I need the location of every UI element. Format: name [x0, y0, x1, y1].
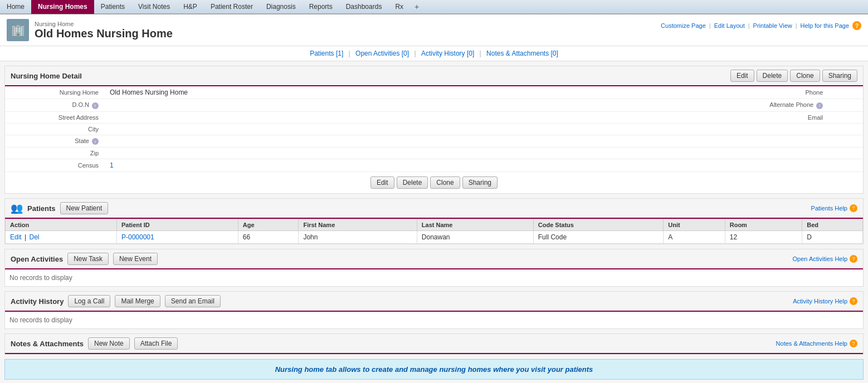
- sub-sep1: |: [349, 50, 350, 57]
- patient-edit-link[interactable]: Edit: [10, 233, 22, 241]
- open-activities-help-icon[interactable]: ?: [850, 255, 857, 263]
- activity-history-help-link[interactable]: Activity History Help: [793, 298, 847, 305]
- activity-history-no-records: No records to display: [5, 312, 863, 328]
- nav-visit-notes[interactable]: Visit Notes: [131, 0, 177, 14]
- new-patient-button[interactable]: New Patient: [60, 202, 109, 214]
- notes-help-link[interactable]: Notes & Attachments Help: [776, 340, 847, 347]
- census-link[interactable]: 1: [110, 161, 114, 169]
- phone-value: [830, 86, 863, 99]
- patients-help-right: Patients Help ?: [811, 204, 857, 212]
- patients-section-title: Patients: [27, 204, 56, 213]
- edit-layout-link[interactable]: Edit Layout: [714, 22, 745, 29]
- nav-diagnosis[interactable]: Diagnosis: [260, 0, 303, 14]
- page-header-left: 🏢 Nursing Home Old Homes Nursing Home: [7, 19, 173, 41]
- patient-id-value: P-0000001: [116, 231, 238, 244]
- sharing-button-bottom[interactable]: Sharing: [462, 176, 498, 189]
- nav-reports[interactable]: Reports: [303, 0, 339, 14]
- don-info-icon[interactable]: i: [92, 102, 99, 109]
- detail-row-city: City: [5, 123, 863, 135]
- nursing-home-value: Old Homes Nursing Home: [105, 86, 729, 99]
- nav-home[interactable]: Home: [0, 0, 31, 14]
- nav-plus[interactable]: +: [410, 0, 423, 13]
- sep1: |: [709, 22, 711, 29]
- patients-table: Action Patient ID Age First Name Last Na…: [5, 219, 863, 244]
- patient-age: 66: [238, 231, 299, 244]
- edit-button-bottom[interactable]: Edit: [370, 176, 394, 189]
- printable-view-link[interactable]: Printable View: [753, 22, 792, 29]
- patient-del-link[interactable]: Del: [30, 233, 40, 241]
- nav-hp[interactable]: H&P: [177, 0, 204, 14]
- new-note-button[interactable]: New Note: [88, 337, 130, 350]
- patient-room: 12: [725, 231, 802, 244]
- clone-button-top[interactable]: Clone: [790, 70, 820, 82]
- state-info-icon[interactable]: i: [92, 138, 99, 145]
- help-icon[interactable]: ?: [852, 21, 861, 30]
- nav-dashboards[interactable]: Dashboards: [339, 0, 389, 14]
- page-title-group: Nursing Home Old Homes Nursing Home: [35, 21, 173, 40]
- notes-help-icon[interactable]: ?: [850, 340, 857, 347]
- nav-patient-roster[interactable]: Patient Roster: [204, 0, 260, 14]
- sub-nav-open-activities[interactable]: Open Activities [0]: [355, 50, 409, 57]
- patients-section: 👥 Patients New Patient Patients Help ? A…: [4, 198, 864, 244]
- patients-header-left: 👥 Patients New Patient: [11, 202, 108, 214]
- sub-nav-notes-attachments[interactable]: Notes & Attachments [0]: [486, 50, 558, 57]
- state-label: State i: [5, 135, 105, 148]
- patient-id-link[interactable]: P-0000001: [121, 233, 154, 241]
- email-value: [830, 111, 863, 123]
- email-label: Email: [729, 111, 830, 123]
- open-activities-title: Open Activities: [11, 255, 63, 263]
- action-sep: |: [25, 233, 26, 241]
- sub-nav-patients[interactable]: Patients [1]: [310, 50, 343, 57]
- top-nav: Home Nursing Homes Patients Visit Notes …: [0, 0, 868, 14]
- col-action: Action: [6, 219, 117, 231]
- phone-label: Phone: [729, 86, 830, 99]
- open-activities-help-link[interactable]: Open Activities Help: [793, 256, 847, 262]
- edit-button-top[interactable]: Edit: [730, 70, 754, 82]
- sub-sep3: |: [480, 50, 481, 57]
- delete-button-bottom[interactable]: Delete: [397, 176, 428, 189]
- patients-help-link[interactable]: Patients Help: [811, 205, 847, 212]
- sub-nav-activity-history[interactable]: Activity History [0]: [421, 50, 474, 57]
- patient-row: Edit | Del P-0000001 66 John Donawan Ful…: [6, 231, 863, 244]
- detail-section-title: Nursing Home Detail: [11, 72, 82, 80]
- mail-merge-button[interactable]: Mail Merge: [115, 295, 160, 307]
- activity-history-help-icon[interactable]: ?: [850, 297, 857, 305]
- nav-patients[interactable]: Patients: [94, 0, 131, 14]
- sep2: |: [748, 22, 750, 29]
- detail-section-header: Nursing Home Detail Edit Delete Clone Sh…: [5, 66, 863, 86]
- log-call-button[interactable]: Log a Call: [68, 295, 110, 307]
- nursing-home-label: Nursing Home: [5, 86, 105, 99]
- notes-section: Notes & Attachments New Note Attach File…: [4, 333, 864, 355]
- new-event-button[interactable]: New Event: [113, 253, 158, 265]
- patients-table-header: Action Patient ID Age First Name Last Na…: [6, 219, 863, 231]
- nav-nursing-homes[interactable]: Nursing Homes: [31, 0, 94, 14]
- help-page-link[interactable]: Help for this Page: [801, 22, 849, 29]
- sharing-button-top[interactable]: Sharing: [822, 70, 857, 82]
- nav-rx[interactable]: Rx: [388, 0, 410, 14]
- new-task-button[interactable]: New Task: [67, 253, 109, 265]
- city-label: City: [5, 123, 105, 135]
- activity-history-section: Activity History Log a Call Mail Merge S…: [4, 291, 864, 329]
- clone-button-bottom[interactable]: Clone: [430, 176, 460, 189]
- attach-file-button[interactable]: Attach File: [134, 337, 178, 350]
- patient-unit: A: [664, 231, 725, 244]
- col-bed: Bed: [802, 219, 863, 231]
- notes-header-left: Notes & Attachments New Note Attach File: [11, 337, 178, 350]
- page-main-title: Old Homes Nursing Home: [35, 27, 173, 40]
- alt-phone-info-icon[interactable]: i: [816, 102, 823, 109]
- don-label: D.O.N i: [5, 99, 105, 112]
- detail-row-street: Street Address Email: [5, 111, 863, 123]
- col-room: Room: [725, 219, 802, 231]
- detail-bottom-buttons: Edit Delete Clone Sharing: [5, 172, 863, 193]
- send-email-button[interactable]: Send an Email: [165, 295, 221, 307]
- customize-page-link[interactable]: Customize Page: [661, 22, 706, 29]
- zip-value: [105, 148, 863, 159]
- page-header: 🏢 Nursing Home Old Homes Nursing Home Cu…: [0, 14, 868, 46]
- delete-button-top[interactable]: Delete: [757, 70, 788, 82]
- open-activities-header-left: Open Activities New Task New Event: [11, 253, 158, 265]
- street-address-value: [105, 111, 729, 123]
- street-address-label: Street Address: [5, 111, 105, 123]
- info-banner-text: Nursing home tab allows to create and ma…: [275, 365, 593, 374]
- detail-header-buttons: Edit Delete Clone Sharing: [730, 70, 857, 82]
- patients-help-icon[interactable]: ?: [850, 204, 857, 212]
